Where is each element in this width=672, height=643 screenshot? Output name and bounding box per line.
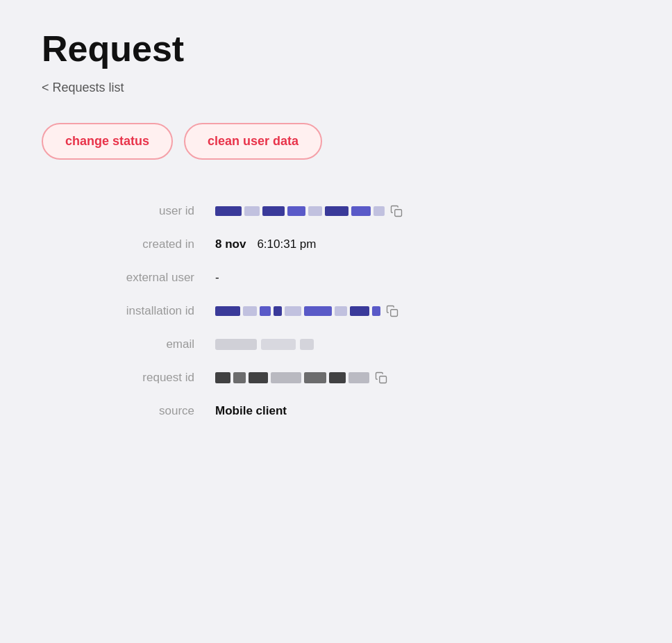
change-status-button[interactable]: change status bbox=[42, 123, 173, 160]
email-row: email bbox=[42, 328, 630, 361]
installation-id-row: installation id bbox=[42, 294, 630, 328]
source-label: source bbox=[42, 404, 194, 418]
request-id-value bbox=[215, 371, 387, 384]
svg-rect-1 bbox=[391, 310, 398, 317]
installation-id-label: installation id bbox=[42, 304, 194, 318]
installation-id-blurred bbox=[215, 306, 380, 316]
external-user-value: - bbox=[215, 271, 219, 285]
request-id-label: request id bbox=[42, 371, 194, 385]
request-id-copy-icon[interactable] bbox=[375, 371, 387, 384]
user-id-blurred bbox=[215, 206, 385, 216]
created-in-label: created in bbox=[42, 237, 194, 251]
external-user-row: external user - bbox=[42, 261, 630, 294]
user-id-row: user id bbox=[42, 194, 630, 228]
user-id-label: user id bbox=[42, 204, 194, 218]
created-in-date: 8 nov bbox=[215, 237, 246, 251]
user-id-copy-icon[interactable] bbox=[390, 205, 403, 217]
request-id-blurred bbox=[215, 372, 369, 383]
installation-id-copy-icon[interactable] bbox=[386, 305, 398, 317]
svg-rect-0 bbox=[395, 210, 402, 217]
source-row: source Mobile client bbox=[42, 394, 630, 428]
installation-id-value bbox=[215, 305, 398, 317]
page-title: Request bbox=[42, 28, 630, 69]
created-in-time: 6:10:31 pm bbox=[257, 237, 316, 251]
email-value bbox=[215, 339, 314, 350]
back-link[interactable]: < Requests list bbox=[42, 81, 124, 95]
created-in-value: 8 nov 6:10:31 pm bbox=[215, 237, 316, 251]
user-id-value bbox=[215, 205, 403, 217]
details-section: user id created in 8 nov bbox=[42, 194, 630, 428]
request-id-row: request id bbox=[42, 361, 630, 394]
svg-rect-2 bbox=[380, 376, 387, 383]
action-buttons: change status clean user data bbox=[42, 123, 630, 160]
external-user-label: external user bbox=[42, 271, 194, 285]
email-blurred bbox=[215, 339, 314, 350]
email-label: email bbox=[42, 337, 194, 351]
source-text: Mobile client bbox=[215, 404, 287, 418]
clean-user-data-button[interactable]: clean user data bbox=[184, 123, 322, 160]
external-user-dash: - bbox=[215, 271, 219, 285]
created-in-row: created in 8 nov 6:10:31 pm bbox=[42, 228, 630, 261]
source-value: Mobile client bbox=[215, 404, 287, 418]
